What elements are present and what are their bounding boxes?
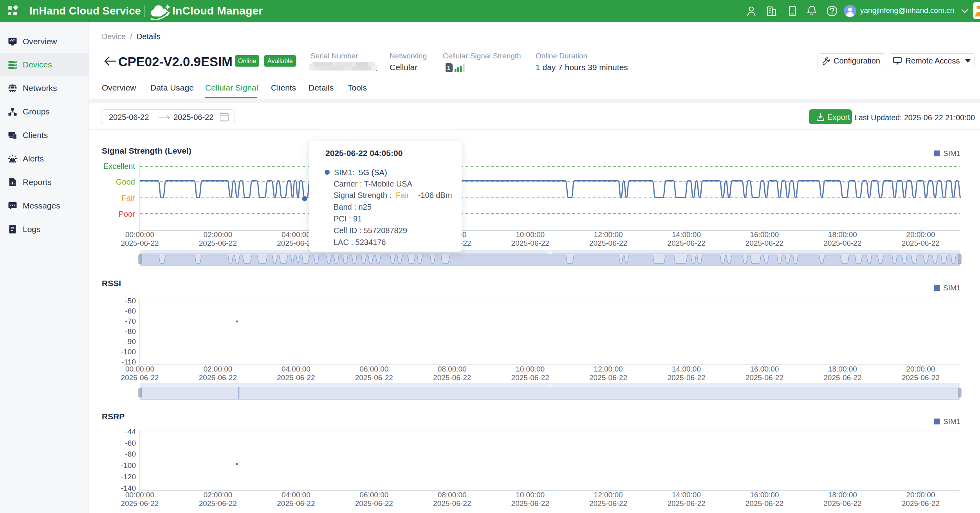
svg-text:Excellent: Excellent	[103, 162, 135, 170]
svg-text:10:00:00: 10:00:00	[516, 491, 545, 499]
svg-text:16:00:00: 16:00:00	[750, 365, 779, 373]
svg-text:2025-06-22: 2025-06-22	[199, 499, 237, 508]
svg-text:14:00:00: 14:00:00	[672, 230, 701, 239]
svg-text:Fair: Fair	[122, 194, 135, 202]
svg-text:2025-06-22: 2025-06-22	[745, 499, 783, 508]
svg-text:-100: -100	[121, 348, 136, 356]
svg-text:Poor: Poor	[119, 210, 135, 218]
svg-text:2025-06-22: 2025-06-22	[745, 239, 783, 247]
svg-text:-44: -44	[125, 428, 136, 436]
svg-text:2025-06-22: 2025-06-22	[902, 373, 940, 382]
svg-text:2025-06-22: 2025-06-22	[667, 499, 705, 508]
svg-text:2025-06-22: 2025-06-22	[511, 373, 549, 382]
svg-text:08:00:00: 08:00:00	[438, 491, 467, 499]
svg-text:2025-06-22: 2025-06-22	[355, 373, 393, 382]
svg-text:2025-06-22: 2025-06-22	[589, 373, 627, 382]
svg-text:2025-06-22: 2025-06-22	[589, 239, 627, 247]
svg-text:00:00:00: 00:00:00	[125, 491, 154, 499]
svg-text:10:00:00: 10:00:00	[516, 365, 545, 373]
svg-text:2025-06-22: 2025-06-22	[902, 239, 940, 247]
svg-text:12:00:00: 12:00:00	[594, 365, 623, 373]
svg-text:02:00:00: 02:00:00	[203, 230, 232, 239]
svg-text:20:00:00: 20:00:00	[906, 365, 935, 373]
svg-text:2025-06-22: 2025-06-22	[823, 373, 861, 382]
svg-text:Good: Good	[116, 178, 135, 186]
svg-text:Signal Strength (Level): Signal Strength (Level)	[102, 146, 191, 155]
svg-text:2025-06-22: 2025-06-22	[199, 239, 237, 247]
svg-text:2025-06-22: 2025-06-22	[745, 373, 783, 382]
svg-text:2025-06-22: 2025-06-22	[667, 373, 705, 382]
svg-text:18:00:00: 18:00:00	[828, 230, 857, 239]
svg-text:2025-06-22: 2025-06-22	[277, 373, 315, 382]
svg-text:14:00:00: 14:00:00	[672, 491, 701, 499]
svg-text:16:00:00: 16:00:00	[750, 230, 779, 239]
svg-text:-90: -90	[125, 337, 136, 346]
svg-text:12:00:00: 12:00:00	[594, 491, 623, 499]
svg-text:06:00:00: 06:00:00	[359, 491, 388, 499]
svg-text:06:00:00: 06:00:00	[359, 365, 388, 373]
svg-text:00:00:00: 00:00:00	[125, 365, 154, 373]
svg-text:-120: -120	[121, 473, 136, 481]
svg-text:18:00:00: 18:00:00	[828, 365, 857, 373]
svg-text:18:00:00: 18:00:00	[828, 491, 857, 499]
svg-text:2025-06-22: 2025-06-22	[511, 239, 549, 247]
svg-text:2025-06-22: 2025-06-22	[823, 239, 861, 247]
svg-text:RSSI: RSSI	[102, 279, 121, 288]
svg-text:2025-06-22: 2025-06-22	[511, 499, 549, 508]
svg-text:20:00:00: 20:00:00	[906, 491, 935, 499]
svg-text:2025-06-22: 2025-06-22	[902, 499, 940, 508]
svg-text:00:00:00: 00:00:00	[125, 230, 154, 239]
svg-text:2025-06-22: 2025-06-22	[199, 373, 237, 382]
svg-text:02:00:00: 02:00:00	[203, 491, 232, 499]
svg-text:-80: -80	[125, 450, 136, 458]
svg-text:04:00:00: 04:00:00	[282, 491, 310, 499]
svg-text:2025-06-22: 2025-06-22	[121, 499, 159, 508]
svg-text:-60: -60	[125, 307, 136, 315]
svg-text:16:00:00: 16:00:00	[750, 491, 779, 499]
svg-text:-100: -100	[121, 461, 136, 469]
svg-text:2025-06-22: 2025-06-22	[823, 499, 861, 508]
svg-text:RSRP: RSRP	[102, 412, 125, 421]
svg-text:SIM1: SIM1	[943, 417, 960, 426]
svg-text:2025-06-22: 2025-06-22	[277, 499, 315, 508]
svg-text:04:00:00: 04:00:00	[282, 365, 310, 373]
svg-text:2025-06-22: 2025-06-22	[433, 373, 471, 382]
svg-text:12:00:00: 12:00:00	[594, 230, 623, 239]
svg-text:14:00:00: 14:00:00	[672, 365, 701, 373]
svg-text:2025-06-22: 2025-06-22	[667, 239, 705, 247]
svg-text:SIM1: SIM1	[943, 284, 960, 292]
svg-text:SIM1: SIM1	[943, 149, 960, 158]
svg-text:-80: -80	[125, 327, 136, 335]
svg-text:-70: -70	[125, 317, 136, 325]
svg-text:-60: -60	[125, 439, 136, 447]
svg-text:02:00:00: 02:00:00	[203, 365, 232, 373]
svg-text:2025-06-22: 2025-06-22	[355, 499, 393, 508]
svg-text:-50: -50	[125, 297, 136, 305]
svg-text:2025-06-22: 2025-06-22	[121, 239, 159, 247]
svg-text:2025-06-22: 2025-06-22	[433, 499, 471, 508]
svg-text:20:00:00: 20:00:00	[906, 230, 935, 239]
svg-text:2025-06-22: 2025-06-22	[121, 373, 159, 382]
svg-text:10:00:00: 10:00:00	[516, 230, 545, 239]
svg-text:08:00:00: 08:00:00	[438, 365, 467, 373]
svg-text:2025-06-22: 2025-06-22	[589, 499, 627, 508]
svg-text:04:00:00: 04:00:00	[282, 230, 310, 239]
svg-text:1: 1	[447, 65, 450, 71]
